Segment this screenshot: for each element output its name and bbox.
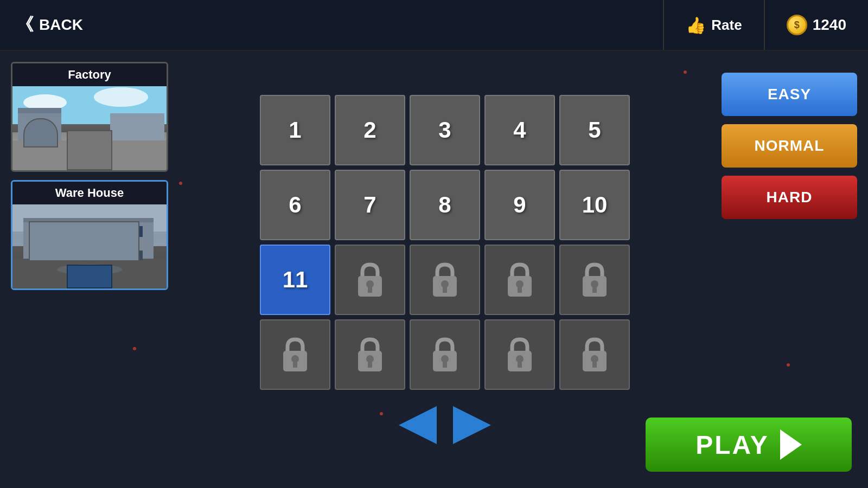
level-cell-12 [335,245,405,315]
svg-point-49 [516,355,524,363]
back-button[interactable]: 《 BACK [0,0,99,50]
svg-point-46 [441,355,449,363]
svg-rect-38 [592,287,597,293]
play-button[interactable]: PLAY [646,418,852,472]
svg-rect-17 [23,218,154,222]
location-card-warehouse[interactable]: Ware House [11,180,168,290]
level-cell-17 [335,319,405,390]
lock-icon [505,260,535,299]
svg-rect-32 [443,287,447,293]
svg-rect-44 [368,362,372,368]
factory-image [12,86,167,170]
level-cell-20 [559,319,630,390]
level-grid: 1234567891011 [260,95,630,390]
right-panel: Easy NORMAL HARD [722,62,857,477]
normal-button[interactable]: NORMAL [722,124,857,168]
level-number-11: 11 [283,267,308,293]
hard-button[interactable]: HARD [722,176,857,219]
rate-label: Rate [711,17,742,34]
svg-rect-23 [12,259,167,288]
coins-value: 1240 [813,16,846,34]
level-cell-13 [410,245,480,315]
level-cell-9[interactable]: 9 [484,170,555,240]
level-cell-19 [484,319,555,390]
lock-icon [430,335,460,374]
level-cell-7[interactable]: 7 [335,170,405,240]
svg-point-31 [441,280,449,288]
level-number-2: 2 [363,117,376,143]
level-cell-2[interactable]: 2 [335,95,405,165]
level-cell-16 [260,319,330,390]
level-cell-5[interactable]: 5 [559,95,630,165]
svg-rect-11 [67,132,69,143]
level-cell-18 [410,319,480,390]
play-label: PLAY [695,430,769,460]
svg-rect-9 [83,143,88,154]
svg-rect-5 [29,130,45,146]
warehouse-image [12,204,167,288]
svg-rect-20 [99,226,116,237]
level-number-8: 8 [438,192,451,218]
play-arrow-icon [780,429,802,460]
lock-icon [579,335,610,374]
level-number-3: 3 [438,117,451,143]
svg-rect-16 [23,218,154,261]
svg-point-6 [29,121,45,138]
coins-display: $ 1240 [764,0,868,50]
warehouse-title: Ware House [12,182,167,204]
factory-title: Factory [12,63,167,86]
svg-rect-18 [34,226,50,237]
svg-point-37 [591,280,598,288]
header: 《 BACK 👍 Rate $ 1240 [0,0,868,51]
svg-rect-47 [443,362,447,368]
lock-icon [505,335,535,374]
easy-button[interactable]: Easy [722,73,857,116]
svg-point-43 [366,355,374,363]
level-number-10: 10 [582,192,608,218]
svg-rect-22 [72,242,105,261]
level-cell-11[interactable]: 11 [260,245,330,315]
level-cell-3[interactable]: 3 [410,95,480,165]
next-page-button[interactable] [453,406,491,444]
svg-rect-29 [368,287,372,293]
rate-button[interactable]: 👍 Rate [663,0,763,50]
level-cell-6[interactable]: 6 [260,170,330,240]
level-cell-1[interactable]: 1 [260,95,330,165]
prev-page-button[interactable] [399,406,437,444]
location-card-factory[interactable]: Factory [11,62,168,172]
svg-rect-53 [592,362,597,368]
svg-rect-8 [12,140,167,170]
level-cell-10[interactable]: 10 [559,170,630,240]
svg-point-24 [57,264,122,275]
lock-icon [430,260,460,299]
level-cell-8[interactable]: 8 [410,170,480,240]
svg-rect-35 [518,287,522,293]
svg-rect-4 [18,108,61,113]
svg-rect-19 [61,226,78,237]
location-panel: Factory [11,62,168,477]
level-number-6: 6 [289,192,301,218]
svg-rect-50 [518,362,522,368]
nav-arrows [399,406,491,444]
svg-rect-41 [293,362,297,368]
level-cell-4[interactable]: 4 [484,95,555,165]
lock-icon [355,335,385,374]
svg-rect-21 [126,226,143,237]
svg-rect-12 [75,132,77,143]
svg-point-2 [94,87,148,107]
svg-rect-10 [83,157,88,168]
svg-point-52 [591,355,598,363]
coin-icon: $ [787,15,807,35]
level-number-1: 1 [289,117,301,143]
svg-point-40 [291,355,299,363]
level-number-7: 7 [363,192,376,218]
lock-icon [280,335,310,374]
level-cell-14 [484,245,555,315]
level-cell-15 [559,245,630,315]
header-right: 👍 Rate $ 1240 [663,0,868,50]
svg-rect-3 [18,108,61,146]
lock-icon [355,260,385,299]
level-number-4: 4 [513,117,526,143]
svg-rect-25 [110,251,143,260]
grid-panel: 1234567891011 [179,62,711,477]
